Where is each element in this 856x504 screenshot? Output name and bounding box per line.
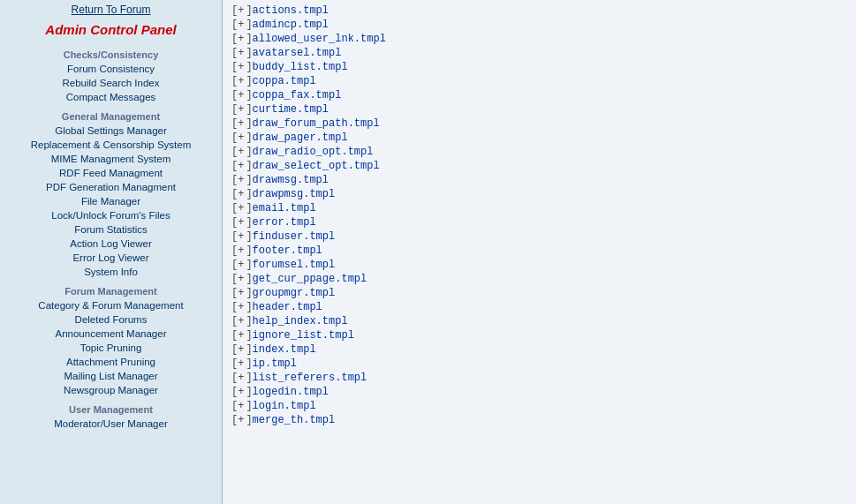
sidebar-link[interactable]: Forum Statistics: [0, 222, 222, 237]
sidebar-link[interactable]: Moderator/User Manager: [0, 417, 222, 431]
file-link[interactable]: login.tmpl: [253, 400, 316, 412]
expand-icon[interactable]: +: [238, 343, 244, 356]
expand-icon[interactable]: +: [238, 160, 244, 172]
expand-icon[interactable]: +: [238, 301, 244, 313]
file-link[interactable]: ignore_list.tmpl: [253, 329, 354, 342]
file-entry: [ + ] error.tmpl: [230, 215, 849, 229]
expand-icon[interactable]: +: [238, 259, 244, 271]
sidebar-link[interactable]: File Manager: [0, 194, 222, 208]
file-link[interactable]: draw_forum_path.tmpl: [253, 117, 380, 130]
file-link[interactable]: footer.tmpl: [253, 244, 322, 257]
sidebar-link[interactable]: Action Log Viewer: [0, 237, 222, 251]
sidebar-link[interactable]: Compact Messages: [0, 90, 222, 104]
bracket-close: ]: [246, 117, 252, 130]
file-link[interactable]: logedin.tmpl: [253, 386, 329, 398]
file-link[interactable]: error.tmpl: [253, 216, 316, 229]
file-link[interactable]: groupmgr.tmpl: [253, 287, 336, 299]
bracket-close: ]: [246, 174, 252, 186]
bracket-close: ]: [246, 329, 252, 342]
bracket-close: ]: [246, 202, 252, 214]
expand-icon[interactable]: +: [238, 146, 244, 158]
file-link[interactable]: draw_radio_opt.tmpl: [253, 146, 374, 158]
expand-icon[interactable]: +: [238, 61, 244, 73]
sidebar-link[interactable]: MIME Managment System: [0, 152, 222, 166]
expand-icon[interactable]: +: [238, 357, 244, 370]
sidebar-link[interactable]: Announcement Manager: [0, 327, 222, 341]
sidebar-link[interactable]: Topic Pruning: [0, 341, 222, 355]
file-entry: [ + ] coppa.tmpl: [230, 74, 849, 88]
bracket-close: ]: [246, 400, 252, 412]
file-link[interactable]: list_referers.tmpl: [253, 372, 367, 384]
expand-icon[interactable]: +: [238, 400, 244, 412]
expand-icon[interactable]: +: [238, 216, 244, 229]
file-link[interactable]: draw_select_opt.tmpl: [253, 160, 380, 172]
file-link[interactable]: header.tmpl: [253, 301, 322, 313]
file-entry: [ + ] draw_forum_path.tmpl: [230, 117, 849, 131]
expand-icon[interactable]: +: [238, 174, 244, 186]
file-link[interactable]: draw_pager.tmpl: [253, 132, 348, 144]
sidebar-link[interactable]: PDF Generation Managment: [0, 180, 222, 194]
sidebar-link[interactable]: System Info: [0, 265, 222, 279]
expand-icon[interactable]: +: [238, 230, 244, 243]
return-to-forum-link[interactable]: Return To Forum: [0, 0, 222, 19]
expand-icon[interactable]: +: [238, 75, 244, 87]
file-link[interactable]: ip.tmpl: [253, 357, 297, 370]
file-link[interactable]: avatarsel.tmpl: [253, 47, 342, 59]
sidebar-link[interactable]: Error Log Viewer: [0, 251, 222, 265]
expand-icon[interactable]: +: [238, 414, 244, 426]
expand-icon[interactable]: +: [238, 329, 244, 342]
expand-icon[interactable]: +: [238, 188, 244, 200]
file-entry: [ + ] index.tmpl: [230, 342, 849, 357]
expand-icon[interactable]: +: [238, 19, 244, 31]
sidebar-link[interactable]: Attachment Pruning: [0, 355, 222, 369]
expand-icon[interactable]: +: [238, 4, 244, 17]
file-entry: [ + ] draw_pager.tmpl: [230, 131, 849, 145]
expand-icon[interactable]: +: [238, 273, 244, 285]
sidebar-link[interactable]: Newsgroup Manager: [0, 383, 222, 397]
expand-icon[interactable]: +: [238, 372, 244, 384]
sidebar-link[interactable]: Replacement & Censorship System: [0, 138, 222, 152]
expand-icon[interactable]: +: [238, 103, 244, 116]
sidebar-link[interactable]: RDF Feed Managment: [0, 166, 222, 180]
expand-icon[interactable]: +: [238, 33, 244, 45]
sidebar-link[interactable]: Lock/Unlock Forum's Files: [0, 208, 222, 222]
expand-icon[interactable]: +: [238, 386, 244, 398]
bracket-open: [: [231, 89, 238, 102]
sidebar-link[interactable]: Mailing List Manager: [0, 369, 222, 383]
file-link[interactable]: allowed_user_lnk.tmpl: [253, 33, 386, 45]
expand-icon[interactable]: +: [238, 89, 244, 102]
sidebar-link[interactable]: Global Settings Manager: [0, 124, 222, 138]
file-link[interactable]: actions.tmpl: [253, 4, 329, 17]
file-link[interactable]: buddy_list.tmpl: [253, 61, 348, 73]
bracket-close: ]: [246, 47, 252, 59]
sidebar-link[interactable]: Deleted Forums: [0, 312, 222, 327]
bracket-open: [: [231, 174, 238, 186]
file-entry: [ + ] help_index.tmpl: [230, 314, 849, 328]
file-link[interactable]: finduser.tmpl: [253, 230, 336, 243]
expand-icon[interactable]: +: [238, 287, 244, 299]
file-link[interactable]: email.tmpl: [253, 202, 316, 214]
bracket-open: [: [231, 188, 238, 200]
expand-icon[interactable]: +: [238, 117, 244, 130]
file-link[interactable]: drawpmsg.tmpl: [253, 188, 336, 200]
file-link[interactable]: index.tmpl: [253, 343, 316, 356]
expand-icon[interactable]: +: [238, 315, 244, 327]
expand-icon[interactable]: +: [238, 244, 244, 257]
bracket-close: ]: [246, 19, 252, 31]
expand-icon[interactable]: +: [238, 47, 244, 59]
expand-icon[interactable]: +: [238, 132, 244, 144]
file-link[interactable]: admincp.tmpl: [253, 19, 329, 31]
file-link[interactable]: get_cur_ppage.tmpl: [253, 273, 367, 285]
file-link[interactable]: merge_th.tmpl: [253, 414, 336, 426]
sidebar-link[interactable]: Rebuild Search Index: [0, 76, 222, 90]
file-link[interactable]: drawmsg.tmpl: [253, 174, 329, 186]
file-link[interactable]: forumsel.tmpl: [253, 259, 336, 271]
file-link[interactable]: coppa.tmpl: [253, 75, 316, 87]
sidebar-link[interactable]: Category & Forum Management: [0, 298, 222, 312]
file-link[interactable]: curtime.tmpl: [253, 103, 329, 116]
expand-icon[interactable]: +: [238, 202, 244, 214]
sidebar-link[interactable]: Forum Consistency: [0, 62, 222, 76]
file-link[interactable]: help_index.tmpl: [253, 315, 348, 327]
bracket-close: ]: [246, 357, 252, 370]
file-link[interactable]: coppa_fax.tmpl: [253, 89, 342, 102]
